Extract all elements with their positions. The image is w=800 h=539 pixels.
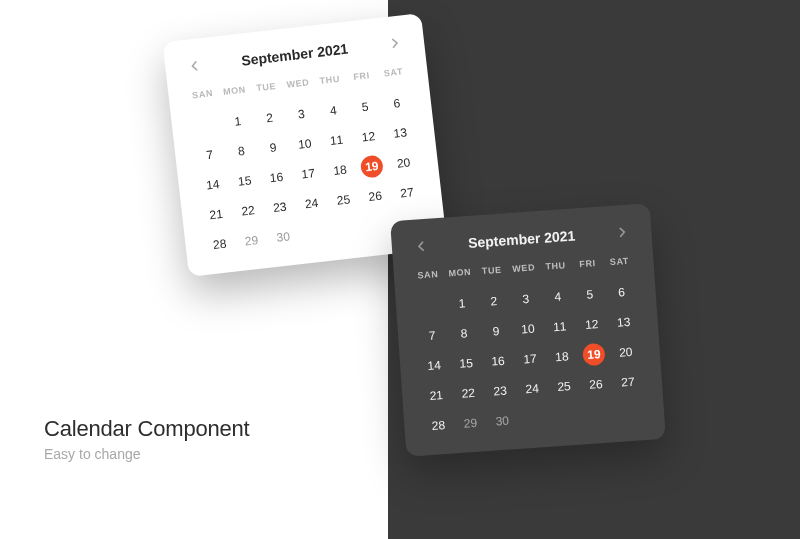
prev-month-button[interactable] <box>411 237 430 256</box>
day-empty <box>549 400 583 432</box>
day-cell[interactable]: 5 <box>573 279 607 311</box>
day-cell[interactable]: 12 <box>351 120 386 153</box>
day-cell[interactable]: 19 <box>577 338 611 370</box>
day-empty <box>297 217 332 250</box>
day-cell[interactable]: 23 <box>262 191 297 224</box>
day-cell[interactable]: 14 <box>417 350 451 382</box>
day-header: WED <box>507 259 540 277</box>
day-cell[interactable]: 1 <box>220 105 255 138</box>
day-cell[interactable]: 4 <box>316 94 351 127</box>
day-cell[interactable]: 15 <box>227 164 262 197</box>
day-cell[interactable]: 12 <box>575 308 609 340</box>
day-cell[interactable]: 5 <box>347 90 382 123</box>
day-cell[interactable]: 21 <box>199 198 234 231</box>
day-header: TUE <box>249 77 283 97</box>
day-header: MON <box>443 264 476 282</box>
day-cell[interactable]: 27 <box>389 176 424 209</box>
next-month-button[interactable] <box>613 223 632 242</box>
month-label: September 2021 <box>429 225 614 254</box>
day-cell[interactable]: 14 <box>195 168 230 201</box>
page-title: Calendar Component <box>44 416 250 442</box>
day-cell[interactable]: 13 <box>383 116 418 149</box>
day-cell[interactable]: 8 <box>224 135 259 168</box>
day-cell[interactable]: 6 <box>379 87 414 120</box>
chevron-right-icon <box>618 227 627 238</box>
chevron-left-icon <box>417 241 426 252</box>
day-cell[interactable]: 2 <box>252 101 287 134</box>
day-cell[interactable]: 11 <box>543 311 577 343</box>
day-cell[interactable]: 17 <box>513 343 547 375</box>
day-cell[interactable]: 25 <box>547 371 581 403</box>
day-cell[interactable]: 6 <box>605 276 639 308</box>
caption-block: Calendar Component Easy to change <box>44 416 250 462</box>
day-header: SAT <box>377 63 411 83</box>
calendar-dark: September 2021 SANMONTUEWEDTHUFRISAT 123… <box>390 203 666 457</box>
day-cell[interactable]: 29 <box>453 407 487 439</box>
day-header: WED <box>281 74 315 94</box>
next-month-button[interactable] <box>385 33 405 53</box>
day-header: TUE <box>475 261 508 279</box>
day-cell[interactable]: 18 <box>545 341 579 373</box>
day-header: SAN <box>411 266 444 284</box>
chevron-left-icon <box>190 61 199 72</box>
day-cell[interactable]: 28 <box>202 228 237 261</box>
day-cell[interactable]: 26 <box>579 368 613 400</box>
day-cell[interactable]: 7 <box>192 138 227 171</box>
day-empty <box>581 398 615 430</box>
day-header: SAN <box>186 85 220 105</box>
day-header: THU <box>539 257 572 275</box>
day-cell[interactable]: 24 <box>515 373 549 405</box>
day-header: SAT <box>603 252 636 270</box>
day-cell[interactable]: 3 <box>284 97 319 130</box>
day-cell[interactable]: 22 <box>451 377 485 409</box>
day-cell[interactable]: 26 <box>358 180 393 213</box>
day-header: FRI <box>571 255 604 273</box>
day-cell[interactable]: 9 <box>255 131 290 164</box>
day-header: FRI <box>345 66 379 86</box>
day-cell[interactable]: 13 <box>607 306 641 338</box>
day-cell[interactable]: 19 <box>354 150 389 183</box>
day-cell[interactable]: 22 <box>230 194 265 227</box>
day-cell[interactable]: 25 <box>326 183 361 216</box>
day-cell[interactable]: 28 <box>421 409 455 441</box>
day-cell[interactable]: 21 <box>419 379 453 411</box>
day-cell[interactable]: 20 <box>609 336 643 368</box>
day-header: THU <box>313 70 347 90</box>
day-cell[interactable]: 15 <box>449 347 483 379</box>
day-cell[interactable]: 7 <box>415 320 449 352</box>
calendar-header: September 2021 <box>409 222 634 256</box>
day-cell[interactable]: 2 <box>477 285 511 317</box>
day-cell[interactable]: 24 <box>294 187 329 220</box>
day-empty <box>189 108 224 141</box>
day-cell[interactable]: 20 <box>386 146 421 179</box>
day-cell[interactable]: 16 <box>259 161 294 194</box>
page-subtitle: Easy to change <box>44 446 250 462</box>
day-cell[interactable]: 30 <box>266 220 301 253</box>
day-empty <box>329 213 364 246</box>
day-cell[interactable]: 30 <box>485 405 519 437</box>
day-cell[interactable]: 10 <box>287 127 322 160</box>
day-cell[interactable]: 10 <box>511 313 545 345</box>
day-cell[interactable]: 23 <box>483 375 517 407</box>
day-empty <box>517 403 551 435</box>
day-cell[interactable]: 11 <box>319 124 354 157</box>
day-cell[interactable]: 16 <box>481 345 515 377</box>
day-empty <box>613 396 647 428</box>
chevron-right-icon <box>391 38 400 49</box>
day-cell[interactable]: 8 <box>447 317 481 349</box>
day-cell[interactable]: 3 <box>509 283 543 315</box>
weeks-grid: 1234567891011121314151617181920212223242… <box>413 276 647 441</box>
day-cell[interactable]: 4 <box>541 281 575 313</box>
prev-month-button[interactable] <box>184 56 204 76</box>
day-header: MON <box>218 81 252 101</box>
day-cell[interactable]: 9 <box>479 315 513 347</box>
day-cell[interactable]: 27 <box>611 366 645 398</box>
day-cell[interactable]: 18 <box>322 153 357 186</box>
day-empty <box>413 290 447 322</box>
day-cell[interactable]: 17 <box>291 157 326 190</box>
day-cell[interactable]: 1 <box>445 287 479 319</box>
day-cell[interactable]: 29 <box>234 224 269 257</box>
